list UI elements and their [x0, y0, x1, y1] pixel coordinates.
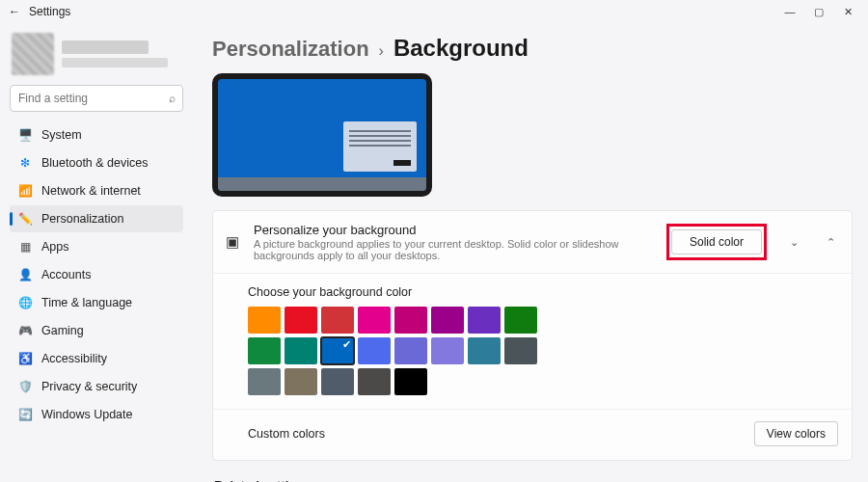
nav-label: Personalization — [41, 212, 123, 226]
preview-window — [343, 121, 417, 172]
color-swatch[interactable] — [285, 307, 317, 334]
maximize-button[interactable]: ▢ — [804, 6, 833, 18]
sidebar: ⌕ 🖥️System❇Bluetooth & devices📶Network &… — [0, 23, 193, 482]
nav-icon: 🎮 — [17, 323, 33, 338]
color-swatch[interactable] — [321, 307, 354, 334]
main-content: Personalization › Background ▣ Personali… — [193, 23, 868, 482]
sidebar-item-windows-update[interactable]: 🔄Windows Update — [10, 401, 183, 428]
background-card: ▣ Personalize your background A picture … — [212, 210, 853, 461]
breadcrumb-current: Background — [393, 35, 529, 62]
minimize-button[interactable]: — — [775, 6, 804, 17]
color-swatch[interactable] — [358, 368, 391, 395]
color-swatch[interactable] — [358, 337, 391, 364]
nav-label: Accessibility — [41, 352, 107, 365]
nav-label: System — [41, 128, 82, 142]
nav-icon: 🖥️ — [17, 127, 33, 143]
sidebar-item-personalization[interactable]: ✏️Personalization — [10, 205, 183, 232]
preview-taskbar — [218, 177, 426, 191]
color-swatch[interactable] — [431, 307, 464, 334]
window-title: Settings — [29, 5, 70, 18]
color-swatch[interactable] — [358, 307, 391, 334]
color-swatch[interactable] — [468, 337, 501, 364]
sidebar-item-time-language[interactable]: 🌐Time & language — [10, 289, 183, 316]
sidebar-item-accounts[interactable]: 👤Accounts — [10, 261, 183, 288]
nav-icon: 📶 — [17, 183, 33, 199]
color-swatch[interactable] — [321, 368, 354, 395]
background-type-dropdown[interactable]: Solid color — [666, 224, 767, 260]
nav-icon: ♿ — [17, 351, 33, 366]
color-swatch[interactable] — [431, 337, 464, 364]
sidebar-item-bluetooth-devices[interactable]: ❇Bluetooth & devices — [10, 149, 183, 176]
user-email — [62, 58, 168, 67]
nav-icon: 🛡️ — [17, 379, 33, 394]
nav-label: Bluetooth & devices — [41, 156, 149, 170]
breadcrumb-parent[interactable]: Personalization — [212, 37, 369, 62]
card-subtitle: A picture background applies to your cur… — [254, 238, 655, 261]
choose-color-label: Choose your background color — [248, 285, 842, 299]
close-button[interactable]: ✕ — [833, 6, 862, 18]
search-input[interactable] — [10, 85, 183, 112]
chevron-right-icon: › — [379, 42, 384, 60]
nav-label: Accounts — [41, 268, 91, 281]
color-swatch[interactable] — [248, 368, 281, 395]
nav-label: Gaming — [41, 324, 84, 337]
sidebar-item-apps[interactable]: ▦Apps — [10, 233, 183, 260]
picture-icon: ▣ — [223, 233, 242, 251]
sidebar-item-system[interactable]: 🖥️System — [10, 121, 183, 148]
chevron-down-icon[interactable]: ⌄ — [784, 236, 803, 249]
sidebar-item-accessibility[interactable]: ♿Accessibility — [10, 345, 183, 372]
sidebar-item-network-internet[interactable]: 📶Network & internet — [10, 177, 183, 204]
search-icon: ⌕ — [169, 92, 176, 105]
avatar — [12, 33, 54, 75]
custom-colors-label: Custom colors — [248, 427, 325, 441]
nav-label: Time & language — [41, 296, 132, 309]
nav-icon: ✏️ — [17, 211, 33, 227]
desktop-preview — [212, 73, 432, 197]
nav-icon: 🌐 — [17, 295, 33, 310]
color-swatch[interactable] — [394, 368, 427, 395]
nav-icon: ❇ — [17, 155, 33, 171]
nav-icon: 🔄 — [17, 407, 33, 422]
color-swatch[interactable] — [321, 337, 354, 364]
related-heading: Related settings — [214, 478, 853, 482]
user-name — [62, 40, 149, 54]
color-swatch[interactable] — [504, 307, 537, 334]
card-title: Personalize your background — [254, 223, 655, 237]
color-swatch[interactable] — [468, 307, 501, 334]
nav-label: Network & internet — [41, 184, 141, 198]
nav-label: Apps — [41, 240, 69, 254]
dropdown-value[interactable]: Solid color — [671, 229, 762, 254]
nav-label: Windows Update — [41, 408, 133, 421]
color-swatch[interactable] — [248, 307, 281, 334]
nav-icon: 👤 — [17, 267, 33, 282]
nav-label: Privacy & security — [41, 380, 137, 393]
color-swatch[interactable] — [248, 337, 281, 364]
nav-icon: ▦ — [17, 239, 33, 254]
chevron-up-icon[interactable]: ⌃ — [821, 236, 840, 249]
color-swatch[interactable] — [394, 307, 427, 334]
color-swatches — [248, 307, 547, 395]
color-swatch[interactable] — [504, 337, 537, 364]
sidebar-item-gaming[interactable]: 🎮Gaming — [10, 317, 183, 344]
user-block[interactable] — [12, 33, 183, 75]
back-button[interactable]: ← — [6, 5, 23, 18]
color-swatch[interactable] — [394, 337, 427, 364]
view-colors-button[interactable]: View colors — [754, 421, 838, 446]
breadcrumb: Personalization › Background — [212, 35, 853, 62]
color-swatch[interactable] — [285, 337, 317, 364]
color-swatch[interactable] — [285, 368, 317, 395]
sidebar-item-privacy-security[interactable]: 🛡️Privacy & security — [10, 373, 183, 400]
